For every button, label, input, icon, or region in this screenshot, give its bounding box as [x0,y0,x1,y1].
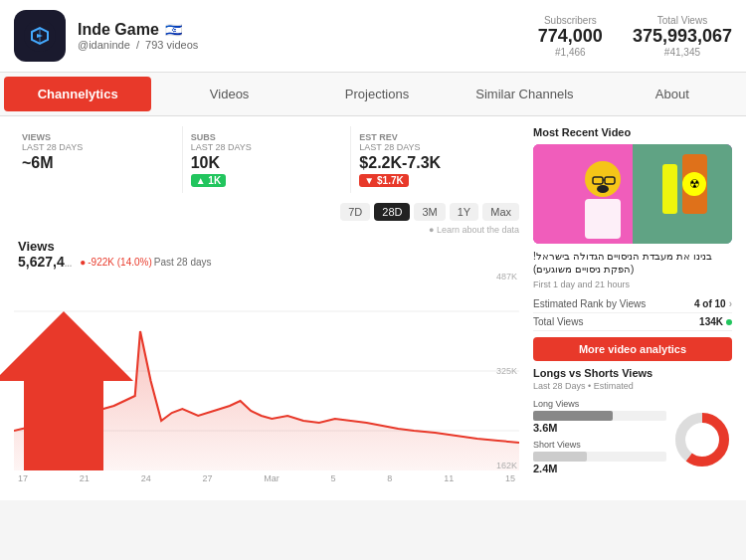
subscribers-label: Subscribers [538,15,603,26]
channel-handle: @idaninde [78,39,130,51]
estrev-value: $2.2K-7.3K [359,154,511,172]
subs-badge: ▲ 1K [191,174,226,187]
longs-vs-shorts-sub: Last 28 Days • Estimated [533,381,732,391]
x-label-9: 15 [505,473,515,483]
video-thumbnail[interactable]: ☢ [533,144,732,244]
tab-videos[interactable]: Videos [155,73,302,115]
total-views-stat: Total Views 134K [533,313,732,331]
svg-rect-9 [585,199,621,239]
shorts-bar [533,452,587,462]
subscribers-block: Subscribers 774,000 #1,466 [538,15,603,58]
more-video-analytics-button[interactable]: More video analytics [533,337,732,361]
tab-channelytics[interactable]: Channelytics [4,77,151,111]
subscribers-rank: #1,466 [538,47,603,58]
chart-info: ● Learn about the data [429,225,519,235]
time-max[interactable]: Max [482,203,519,221]
video-title: בנינו את מעבדת הניסויים הגדולה בישראל! (… [533,250,732,276]
green-dot-icon [726,319,732,325]
views-stat-card: VIEWS LAST 28 DAYS ~6M [14,126,183,193]
y-axis-labels: 487K 325K 162K [496,272,517,470]
chart-svg [14,272,519,470]
most-recent-title: Most Recent Video [533,126,732,138]
donut-chart [672,410,732,469]
shorts-bar-bg [533,452,666,462]
channel-info: Inde Game 🇮🇱 @idaninde / 793 videos [78,21,538,51]
x-label-4: 27 [202,473,212,483]
chart-container: 487K 325K 162K [14,272,519,490]
subs-sublabel: LAST 28 DAYS [191,142,343,152]
channel-logo [14,10,66,62]
x-label-5: Mar [264,473,280,483]
video-count: 793 videos [145,39,198,51]
longs-label: Long Views [533,399,666,409]
estrev-badge: ▼ $1.7K [359,174,408,187]
longs-row: Long Views 3.6M [533,399,666,434]
shorts-row: Short Views 2.4M [533,440,666,474]
svg-point-17 [597,185,609,193]
x-label-1: 17 [18,473,28,483]
video-sub: First 1 day and 21 hours [533,280,732,289]
x-label-8: 11 [444,473,454,483]
rank-value: 4 of 10 › [694,298,732,309]
chart-change: ● -922K (14.0%) Past 28 days [80,257,211,268]
subs-stat-card: SUBS LAST 28 DAYS 10K ▲ 1K [183,126,352,193]
y-label-1: 487K [496,272,517,281]
views-label: VIEWS [22,132,174,142]
y-label-3: 162K [496,461,517,470]
shorts-value: 2.4M [533,463,666,474]
x-label-6: 5 [331,473,336,483]
svg-rect-13 [662,164,677,214]
stats-row: VIEWS LAST 28 DAYS ~6M SUBS LAST 28 DAYS… [14,126,519,193]
longs-vs-shorts-section: Long Views 3.6M Short Views 2.4M [533,399,732,480]
longs-bar [533,411,613,421]
time-28d[interactable]: 28D [374,203,410,221]
total-views-block: Total Views 375,993,067 #41,345 [633,15,732,58]
tab-projections[interactable]: Projections [303,73,451,115]
time-1y[interactable]: 1Y [450,203,478,221]
lv-bars: Long Views 3.6M Short Views 2.4M [533,399,666,480]
subscribers-value: 774,000 [538,26,603,47]
views-sublabel: LAST 28 DAYS [22,142,174,152]
time-3m[interactable]: 3M [414,203,445,221]
estrev-sublabel: LAST 28 DAYS [359,142,511,152]
views-value: ~6M [22,154,174,172]
total-views-stat-value: 134K [699,316,732,327]
total-views-rank: #41,345 [633,47,732,58]
total-views-label: Total Views [633,15,732,26]
channel-name-text: Inde Game [78,21,159,39]
tab-about[interactable]: About [599,73,746,115]
total-views-value: 375,993,067 [633,26,732,47]
subs-value: 10K [191,154,343,172]
longs-bar-bg [533,411,666,421]
chart-title: Views [18,239,515,254]
estrev-stat-card: EST REV LAST 28 DAYS $2.2K-7.3K ▼ $1.7K [351,126,519,193]
x-label-2: 21 [80,473,90,483]
total-views-stat-label: Total Views [533,316,583,327]
chart-value: 5,627,4... [18,254,72,270]
right-panel: Most Recent Video [533,126,732,490]
channel-flag: 🇮🇱 [165,22,182,38]
x-label-3: 24 [141,473,151,483]
time-7d[interactable]: 7D [340,203,370,221]
estrev-label: EST REV [359,132,511,142]
longs-value: 3.6M [533,422,666,434]
rank-stat: Estimated Rank by Views 4 of 10 › [533,295,732,313]
chart-header: 7D 28D 3M 1Y Max [14,203,519,221]
header-stats: Subscribers 774,000 #1,466 Total Views 3… [538,15,732,58]
svg-text:☢: ☢ [689,177,700,191]
shorts-label: Short Views [533,440,666,450]
y-label-2: 325K [496,366,517,376]
rank-label: Estimated Rank by Views [533,298,646,309]
left-panel: VIEWS LAST 28 DAYS ~6M SUBS LAST 28 DAYS… [14,126,519,490]
x-axis-labels: 17 21 24 27 Mar 5 8 11 15 [14,473,519,483]
tab-similar-channels[interactable]: Similar Channels [451,73,598,115]
x-label-7: 8 [387,473,392,483]
time-buttons: 7D 28D 3M 1Y Max [340,203,519,221]
longs-vs-shorts-title: Longs vs Shorts Views [533,367,732,379]
subs-label: SUBS [191,132,343,142]
nav-tabs: Channelytics Videos Projections Similar … [0,73,746,116]
